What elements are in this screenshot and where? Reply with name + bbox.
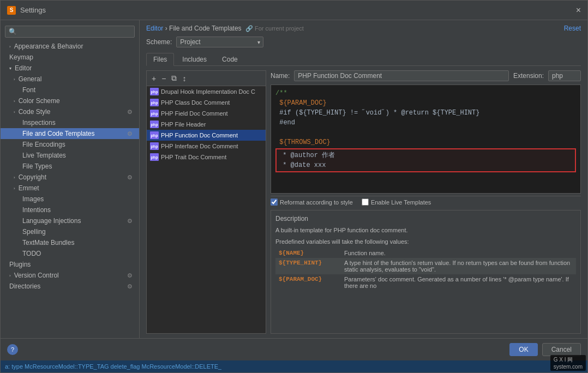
arrow-icon-editor: ▾ bbox=[9, 66, 11, 71]
cancel-button[interactable]: Cancel bbox=[542, 343, 581, 356]
breadcrumb-editor[interactable]: Editor bbox=[146, 25, 163, 32]
sidebar-item-languageinjections[interactable]: Language Injections⚙ bbox=[1, 215, 139, 226]
sidebar-label-languageinjections: Language Injections bbox=[22, 217, 125, 225]
highlight-box: * @author 作者 * @date xxx bbox=[275, 148, 576, 172]
sidebar-label-appearance: Appearance & Behavior bbox=[14, 43, 133, 50]
sidebar-item-font[interactable]: Font bbox=[1, 85, 139, 95]
desc-table-row: ${TYPE_HINT}A type hint of the function'… bbox=[275, 258, 576, 274]
add-template-button[interactable]: + bbox=[150, 74, 158, 83]
sidebar-label-emmet: Emmet bbox=[19, 184, 133, 192]
dialog-title: Settings bbox=[20, 6, 46, 14]
sidebar-item-textmatebundles[interactable]: TextMate Bundles bbox=[1, 237, 139, 248]
move-template-button[interactable]: ↕ bbox=[181, 74, 188, 83]
sidebar-item-colorscheme[interactable]: ›Color Scheme bbox=[1, 95, 139, 106]
description-table: ${NAME}Function name.${TYPE_HINT}A type … bbox=[275, 248, 576, 291]
breadcrumb: Editor › File and Code Templates 🔗 For c… bbox=[146, 25, 304, 32]
sidebar-item-general[interactable]: ›General bbox=[1, 74, 139, 85]
sidebar-label-keymap: Keymap bbox=[9, 53, 133, 61]
scheme-select-wrapper: Default Project bbox=[176, 37, 263, 47]
tab-code[interactable]: Code bbox=[215, 53, 245, 65]
live-templates-label: Enable Live Templates bbox=[371, 199, 431, 206]
php-file-icon: php bbox=[150, 153, 159, 161]
bottom-bar: ? OK Cancel bbox=[1, 338, 587, 360]
extension-label: Extension: bbox=[513, 72, 544, 80]
sidebar-item-plugins[interactable]: Plugins bbox=[1, 259, 139, 270]
sidebar-item-versioncontrol[interactable]: ›Version Control⚙ bbox=[1, 270, 139, 281]
ok-button[interactable]: OK bbox=[509, 343, 537, 356]
sidebar-label-plugins: Plugins bbox=[9, 261, 133, 268]
file-item-name: PHP Function Doc Comment bbox=[161, 132, 238, 139]
copy-template-button[interactable]: ⧉ bbox=[170, 73, 178, 83]
title-bar: S Settings × bbox=[1, 1, 587, 20]
title-bar-left: S Settings bbox=[7, 6, 46, 15]
file-list-item[interactable]: phpPHP File Header bbox=[147, 119, 266, 130]
code-line-date: * @date xxx bbox=[279, 160, 573, 170]
sidebar-item-keymap[interactable]: Keymap bbox=[1, 52, 139, 63]
sidebar-label-livetemplates: Live Templates bbox=[22, 152, 133, 159]
sidebar-item-fileencodings[interactable]: File Encodings bbox=[1, 139, 139, 150]
arrow-icon-versioncontrol: › bbox=[9, 273, 11, 278]
arrow-icon-codestyle: › bbox=[14, 110, 15, 115]
desc-var-desc: Parameters' doc comment. Generated as a … bbox=[341, 274, 576, 291]
watermark: G X I 网 system.com bbox=[550, 355, 586, 371]
file-item-name: Drupal Hook Implementation Doc C bbox=[161, 88, 255, 95]
sidebar-item-livetemplates[interactable]: Live Templates bbox=[1, 150, 139, 161]
sidebar-label-font: Font bbox=[22, 86, 133, 94]
arrow-icon-colorscheme: › bbox=[14, 99, 15, 104]
file-list-item[interactable]: phpPHP Class Doc Comment bbox=[147, 97, 266, 108]
watermark-text: G X I 网 bbox=[554, 357, 573, 363]
reformat-label: Reformat according to style bbox=[280, 199, 353, 206]
sidebar-item-emmet[interactable]: ›Emmet bbox=[1, 183, 139, 194]
php-file-icon: php bbox=[150, 142, 159, 150]
help-button[interactable]: ? bbox=[7, 344, 18, 355]
file-list-item[interactable]: phpPHP Trait Doc Comment bbox=[147, 152, 266, 163]
sidebar-item-filetypes[interactable]: File Types bbox=[1, 161, 139, 172]
tab-includes[interactable]: Includes bbox=[175, 53, 214, 65]
sidebar: ›Appearance & BehaviorKeymap▾Editor›Gene… bbox=[1, 20, 140, 338]
files-area: + − ⧉ ↕ phpDrupal Hook Implementation Do… bbox=[146, 70, 581, 334]
file-list-item[interactable]: phpPHP Field Doc Comment bbox=[147, 108, 266, 119]
file-list-item[interactable]: phpPHP Function Doc Comment bbox=[147, 130, 266, 141]
file-list-item[interactable]: phpDrupal Hook Implementation Doc C bbox=[147, 86, 266, 97]
sidebar-item-copyright[interactable]: ›Copyright⚙ bbox=[1, 172, 139, 183]
sidebar-item-editor[interactable]: ▾Editor bbox=[1, 63, 139, 74]
file-list-panel: + − ⧉ ↕ phpDrupal Hook Implementation Do… bbox=[146, 70, 266, 334]
editor-panel: Name: Extension: /** ${PARAM_DOC} #if ($… bbox=[271, 70, 581, 334]
sidebar-item-fileandcode[interactable]: File and Code Templates⚙ bbox=[1, 128, 139, 139]
status-bar-text: a: type McResourceModel::TYPE_TAG delete… bbox=[5, 363, 221, 370]
name-input[interactable] bbox=[294, 70, 509, 81]
file-item-name: PHP File Header bbox=[161, 121, 206, 128]
arrow-icon-appearance: › bbox=[9, 44, 11, 49]
breadcrumb-bar: Editor › File and Code Templates 🔗 For c… bbox=[146, 25, 581, 32]
code-editor[interactable]: /** ${PARAM_DOC} #if (${TYPE_HINT} != ˝v… bbox=[271, 85, 581, 194]
tab-files[interactable]: Files bbox=[146, 53, 174, 66]
description-title: Description bbox=[275, 215, 576, 222]
settings-icon-languageinjections: ⚙ bbox=[127, 218, 133, 225]
reset-button[interactable]: Reset bbox=[564, 25, 581, 32]
file-list-item[interactable]: phpPHP Interface Doc Comment bbox=[147, 141, 266, 152]
close-button[interactable]: × bbox=[576, 5, 581, 15]
sidebar-item-intentions[interactable]: Intentions bbox=[1, 204, 139, 215]
remove-template-button[interactable]: − bbox=[160, 74, 167, 83]
sidebar-item-images[interactable]: Images bbox=[1, 194, 139, 204]
sidebar-items-container: ›Appearance & BehaviorKeymap▾Editor›Gene… bbox=[1, 41, 139, 292]
live-templates-checkbox[interactable] bbox=[362, 198, 369, 206]
reformat-checkbox[interactable] bbox=[271, 198, 278, 206]
scheme-select[interactable]: Default Project bbox=[176, 37, 263, 47]
sidebar-item-codestyle[interactable]: ›Code Style⚙ bbox=[1, 106, 139, 117]
name-label: Name: bbox=[271, 72, 290, 80]
sidebar-label-images: Images bbox=[22, 195, 133, 203]
sidebar-label-intentions: Intentions bbox=[22, 206, 133, 214]
search-input[interactable] bbox=[5, 26, 135, 38]
sidebar-item-inspections[interactable]: Inspections bbox=[1, 117, 139, 128]
sidebar-item-todo[interactable]: TODO bbox=[1, 248, 139, 259]
sidebar-item-directories[interactable]: Directories⚙ bbox=[1, 281, 139, 292]
settings-icon-copyright: ⚙ bbox=[127, 174, 133, 181]
sidebar-item-appearance[interactable]: ›Appearance & Behavior bbox=[1, 41, 139, 52]
name-row: Name: Extension: bbox=[271, 70, 581, 81]
file-list-toolbar: + − ⧉ ↕ bbox=[147, 71, 266, 86]
extension-input[interactable] bbox=[548, 70, 581, 81]
sidebar-item-spelling[interactable]: Spelling bbox=[1, 226, 139, 237]
settings-icon-codestyle: ⚙ bbox=[127, 109, 133, 116]
live-templates-checkbox-row: Enable Live Templates bbox=[362, 198, 431, 206]
